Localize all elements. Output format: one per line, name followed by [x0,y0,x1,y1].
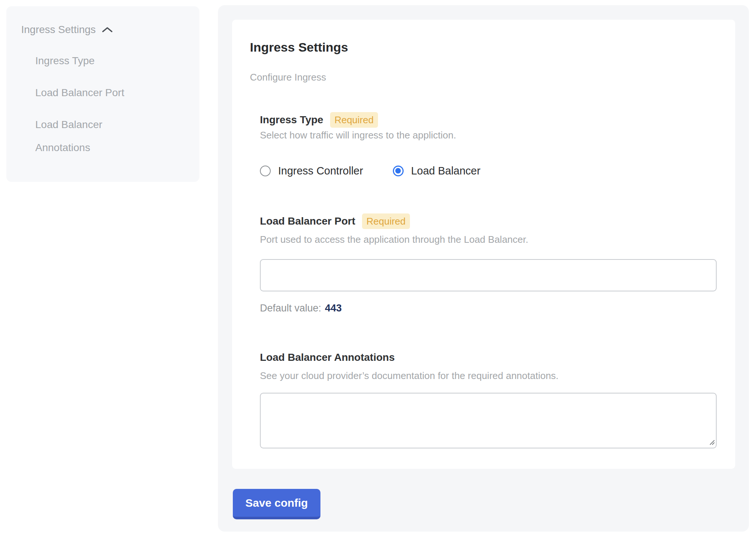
load-balancer-port-input[interactable] [260,259,717,291]
sidebar-item-load-balancer-annotations[interactable]: Load Balancer Annotations [35,113,147,159]
field-ingress-type-label: Ingress Type [260,113,323,127]
chevron-up-icon[interactable] [102,23,113,36]
settings-sidebar: Ingress Settings Ingress Type Load Balan… [6,6,199,182]
sidebar-section-toggle[interactable]: Ingress Settings [21,23,192,36]
default-value: 443 [325,302,342,314]
field-ingress-type-label-row: Ingress Type Required [260,112,717,128]
field-lb-port-label-row: Load Balancer Port Required [260,213,717,229]
radio-button-icon[interactable] [393,166,404,176]
annotations-textarea-wrap [260,393,717,448]
sidebar-item-ingress-type[interactable]: Ingress Type [35,49,147,72]
default-value-row: Default value: 443 [260,302,717,314]
field-lb-port-description: Port used to access the application thro… [260,233,717,245]
ingress-settings-card: Ingress Settings Configure Ingress Ingre… [232,20,735,469]
field-lb-annotations-label-row: Load Balancer Annotations [260,350,717,365]
sidebar-item-load-balancer-port[interactable]: Load Balancer Port [35,81,147,104]
sidebar-section-title: Ingress Settings [21,23,96,36]
radio-option-ingress-controller[interactable]: Ingress Controller [260,164,363,177]
required-badge: Required [362,213,410,229]
radio-option-load-balancer[interactable]: Load Balancer [393,164,480,177]
required-badge: Required [330,112,378,128]
save-config-button[interactable]: Save config [233,489,320,519]
field-ingress-type-description: Select how traffic will ingress to the a… [260,129,717,141]
field-lb-annotations-description: See your cloud provider’s documentation … [260,370,717,382]
default-value-label: Default value: [260,302,321,314]
form-fields: Ingress Type Required Select how traffic… [260,112,717,448]
page-subtitle: Configure Ingress [250,72,717,82]
sidebar-item-list: Ingress Type Load Balancer Port Load Bal… [35,49,192,159]
field-ingress-type: Ingress Type Required Select how traffic… [260,112,717,177]
radio-label-ingress-controller: Ingress Controller [278,164,363,177]
ingress-type-radio-group: Ingress Controller Load Balancer [260,164,717,177]
field-lb-annotations-label: Load Balancer Annotations [260,351,395,364]
radio-label-load-balancer: Load Balancer [411,164,480,177]
field-load-balancer-annotations: Load Balancer Annotations See your cloud… [260,350,717,448]
load-balancer-annotations-textarea[interactable] [260,393,717,448]
radio-button-icon[interactable] [260,166,271,176]
field-load-balancer-port: Load Balancer Port Required Port used to… [260,213,717,314]
resize-handle-icon[interactable] [709,439,715,447]
page-title: Ingress Settings [250,39,717,55]
field-lb-port-label: Load Balancer Port [260,215,355,228]
settings-main-panel: Ingress Settings Configure Ingress Ingre… [218,5,749,532]
